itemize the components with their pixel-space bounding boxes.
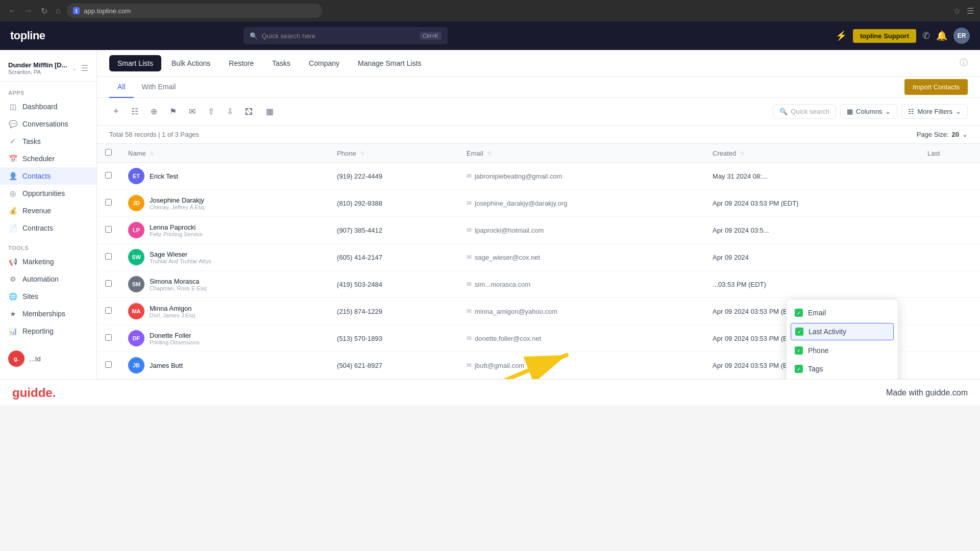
col-option-additional-emails[interactable]: Additional Emails xyxy=(787,378,898,379)
contact-avatar: LP xyxy=(128,222,144,238)
refresh-button[interactable]: ↻ xyxy=(39,4,50,18)
info-icon[interactable]: ⓘ xyxy=(960,58,968,68)
sidebar-item-opportunities[interactable]: ◎ Opportunities xyxy=(0,185,96,202)
created-sort-icon[interactable]: ⇅ xyxy=(740,151,744,156)
add-button[interactable]: + xyxy=(109,103,123,120)
columns-button[interactable]: ▦ Columns ⌄ xyxy=(840,104,897,119)
revenue-icon: 💰 xyxy=(8,206,17,215)
phone-icon[interactable]: ✆ xyxy=(922,30,930,41)
layout-button[interactable]: ▦ xyxy=(262,104,278,119)
contact-avatar: SW xyxy=(128,249,144,265)
chevron-down-icon: ⌄ xyxy=(955,108,961,115)
select-all-checkbox[interactable] xyxy=(105,149,112,156)
bell-icon[interactable]: 🔔 xyxy=(936,30,947,41)
contact-created: May 31 2024 08:... xyxy=(704,163,919,190)
col-option-tags[interactable]: ✓ Tags xyxy=(787,360,898,378)
favicon: t xyxy=(73,7,80,14)
page-size-chevron[interactable]: ⌄ xyxy=(962,131,968,138)
subnav-tasks[interactable]: Tasks xyxy=(264,55,299,71)
workspace-location: Scranton, PA xyxy=(8,69,68,75)
row-checkbox[interactable] xyxy=(105,172,112,179)
chevron-down-icon: ⌄ xyxy=(885,108,891,115)
apps-section-label: Apps xyxy=(0,86,96,98)
sidebar-avatar: g. xyxy=(8,350,24,367)
upload-button[interactable]: ⇧ xyxy=(204,104,218,119)
import-contacts-button[interactable]: Import Contacts xyxy=(904,79,968,95)
contact-info: Simona Morasca Chapman, Ross E Esq xyxy=(150,278,206,291)
quick-search[interactable]: 🔍 Quick search xyxy=(773,104,836,119)
row-checkbox[interactable] xyxy=(105,226,112,233)
table-row[interactable]: LP Lenna Paprocki Feltz Printing Service… xyxy=(97,217,980,244)
flag-button[interactable]: ⚑ xyxy=(165,104,181,119)
sidebar-item-label: Tasks xyxy=(22,137,41,145)
subnav-company[interactable]: Company xyxy=(301,55,348,71)
subnav-smart-lists[interactable]: Smart Lists xyxy=(109,55,161,71)
user-profile-sidebar[interactable]: g. ...Id xyxy=(0,344,96,373)
subnav-bulk-actions[interactable]: Bulk Actions xyxy=(163,55,218,71)
name-sort-icon[interactable]: ⇅ xyxy=(150,151,154,156)
phone-checkbox[interactable]: ✓ xyxy=(795,346,803,355)
filter-button[interactable]: ☷ xyxy=(127,104,142,119)
lightning-icon[interactable]: ⚡ xyxy=(836,30,847,41)
global-search[interactable]: 🔍 Quick search here Ctrl+K xyxy=(243,27,448,44)
row-checkbox[interactable] xyxy=(105,307,112,314)
home-button[interactable]: ⌂ xyxy=(54,4,63,17)
contact-phone: (215) 874-1229 xyxy=(329,298,458,325)
address-bar[interactable]: t app.topline.com xyxy=(67,4,322,18)
sidebar-item-sites[interactable]: 🌐 Sites xyxy=(0,288,96,305)
table-row[interactable]: SM Simona Morasca Chapman, Ross E Esq (4… xyxy=(97,271,980,298)
sidebar-item-reporting[interactable]: 📊 Reporting xyxy=(0,322,96,340)
workspace-name: Dunder Mifflin [D... xyxy=(8,61,68,69)
more-filters-button[interactable]: ☷ More Filters ⌄ xyxy=(901,104,968,119)
sidebar-item-tasks[interactable]: ✓ Tasks xyxy=(0,133,96,150)
row-checkbox[interactable] xyxy=(105,334,112,341)
contact-company: Chenay, Jeffrey A Esq xyxy=(150,204,204,210)
contact-last xyxy=(919,325,980,352)
sidebar-item-marketing[interactable]: 📢 Marketing xyxy=(0,253,96,270)
sidebar-item-dashboard[interactable]: ◫ Dashboard xyxy=(0,98,96,115)
email-button[interactable]: ✉ xyxy=(185,104,200,119)
tab-with-email[interactable]: With Email xyxy=(134,77,184,98)
download-button[interactable]: ⇩ xyxy=(223,104,237,119)
star-icon[interactable]: ☆ xyxy=(953,6,961,16)
workspace-chevron-icon[interactable]: ⌄ xyxy=(72,65,77,72)
subnav-manage-smart-lists[interactable]: Manage Smart Lists xyxy=(350,55,430,71)
contact-email: sage_wieser@cox.net xyxy=(475,254,540,261)
row-checkbox[interactable] xyxy=(105,361,112,368)
page-size-label: Page Size: xyxy=(917,131,949,138)
row-checkbox[interactable] xyxy=(105,280,112,287)
col-option-last-activity[interactable]: ✓ Last Activity xyxy=(791,323,894,340)
row-checkbox[interactable] xyxy=(105,253,112,260)
sidebar-item-conversations[interactable]: 💬 Conversations xyxy=(0,115,96,133)
sidebar-item-memberships[interactable]: ★ Memberships xyxy=(0,305,96,322)
sidebar-item-automation[interactable]: ⚙ Automation xyxy=(0,270,96,288)
forward-button[interactable]: → xyxy=(22,4,35,17)
table-row[interactable]: JD Josephine Darakjy Chenay, Jeffrey A E… xyxy=(97,190,980,217)
extensions-icon[interactable]: ☰ xyxy=(967,6,974,16)
user-avatar[interactable]: ER xyxy=(953,28,970,44)
contact-email-cell: ✉ lpaprocki@hotmail.com xyxy=(467,227,696,234)
row-checkbox[interactable] xyxy=(105,199,112,206)
tags-checkbox[interactable]: ✓ xyxy=(795,365,803,373)
back-button[interactable]: ← xyxy=(6,4,18,17)
col-option-email[interactable]: ✓ Email xyxy=(787,304,898,322)
marketing-icon: 📢 xyxy=(8,257,17,266)
subnav-restore[interactable]: Restore xyxy=(220,55,262,71)
sidebar-toggle-icon[interactable]: ☰ xyxy=(81,63,88,73)
merge-button[interactable]: ⊕ xyxy=(146,104,161,119)
tab-all[interactable]: All xyxy=(109,77,134,98)
more-filters-label: More Filters xyxy=(917,108,952,115)
support-button[interactable]: topline Support xyxy=(853,29,916,43)
block-button[interactable]: ⛞ xyxy=(241,104,258,119)
phone-sort-icon[interactable]: ⇅ xyxy=(360,151,364,156)
last-activity-checkbox[interactable]: ✓ xyxy=(795,328,803,336)
col-option-phone[interactable]: ✓ Phone xyxy=(787,341,898,360)
sidebar-item-contracts[interactable]: 📄 Contracts xyxy=(0,219,96,237)
email-checkbox[interactable]: ✓ xyxy=(795,309,803,317)
sidebar-item-scheduler[interactable]: 📅 Scheduler xyxy=(0,150,96,167)
table-row[interactable]: ET Erick Test (919) 222-4449 ✉ jabronipi… xyxy=(97,163,980,190)
email-sort-icon[interactable]: ⇅ xyxy=(487,151,492,156)
table-row[interactable]: SW Sage Wieser Truhlar And Truhlar Attys… xyxy=(97,244,980,271)
sidebar-item-contacts[interactable]: 👤 Contacts xyxy=(0,167,96,185)
sidebar-item-revenue[interactable]: 💰 Revenue xyxy=(0,202,96,219)
